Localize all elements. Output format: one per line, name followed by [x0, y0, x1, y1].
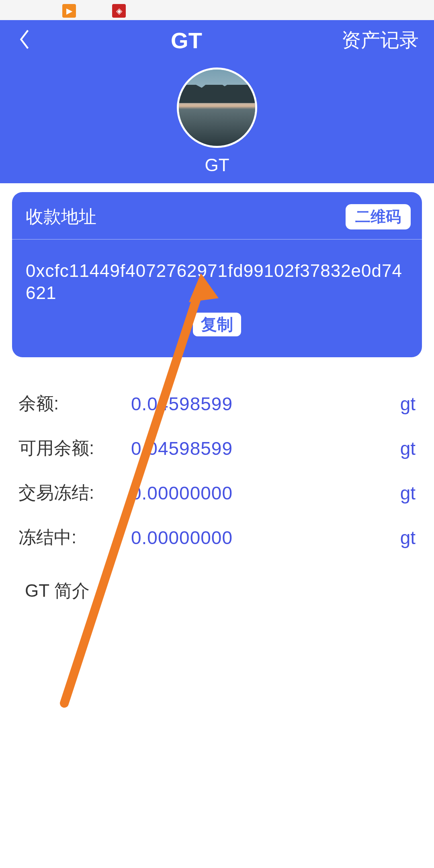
qr-button[interactable]: 二维码 — [346, 204, 411, 229]
balance-value: 0.00000000 — [131, 482, 400, 504]
balance-label: 交易冻结: — [18, 481, 131, 505]
balance-row: 冻结中: 0.00000000 gt — [0, 515, 434, 560]
wallet-address[interactable]: 0xcfc11449f4072762971fd99102f37832e0d746… — [12, 240, 422, 310]
back-icon[interactable] — [18, 29, 31, 52]
address-title: 收款地址 — [26, 205, 96, 229]
balance-list: 余额: 0.04598599 gt 可用余额: 0.04598599 gt 交易… — [0, 381, 434, 560]
header: GT 资产记录 GT — [0, 20, 434, 183]
avatar[interactable] — [177, 68, 257, 148]
balance-unit: gt — [400, 482, 416, 504]
balance-row: 交易冻结: 0.00000000 gt — [0, 471, 434, 515]
balance-label: 可用余额: — [18, 436, 131, 460]
topbar: GT 资产记录 — [0, 20, 434, 60]
balance-unit: gt — [400, 438, 416, 459]
balance-unit: gt — [400, 393, 416, 415]
page-title: GT — [171, 27, 202, 53]
balance-row: 可用余额: 0.04598599 gt — [0, 426, 434, 471]
balance-value: 0.00000000 — [131, 527, 400, 549]
address-card: 收款地址 二维码 0xcfc11449f4072762971fd99102f37… — [12, 192, 422, 357]
avatar-label: GT — [205, 155, 229, 175]
asset-records-link[interactable]: 资产记录 — [342, 27, 419, 53]
balance-value: 0.04598599 — [131, 438, 400, 459]
play-icon: ▶ — [62, 4, 76, 18]
avatar-section: GT — [0, 68, 434, 175]
status-icons: ▶ ◈ — [62, 4, 126, 18]
balance-label: 冻结中: — [18, 526, 131, 549]
balance-label: 余额: — [18, 392, 131, 416]
intro-title: GT 简介 — [25, 579, 434, 603]
balance-value: 0.04598599 — [131, 393, 400, 415]
copy-button[interactable]: 复制 — [193, 313, 241, 336]
address-card-head: 收款地址 二维码 — [12, 192, 422, 240]
shield-icon: ◈ — [112, 4, 126, 18]
status-bar: ▶ ◈ — [0, 0, 434, 20]
balance-row: 余额: 0.04598599 gt — [0, 381, 434, 426]
balance-unit: gt — [400, 527, 416, 549]
